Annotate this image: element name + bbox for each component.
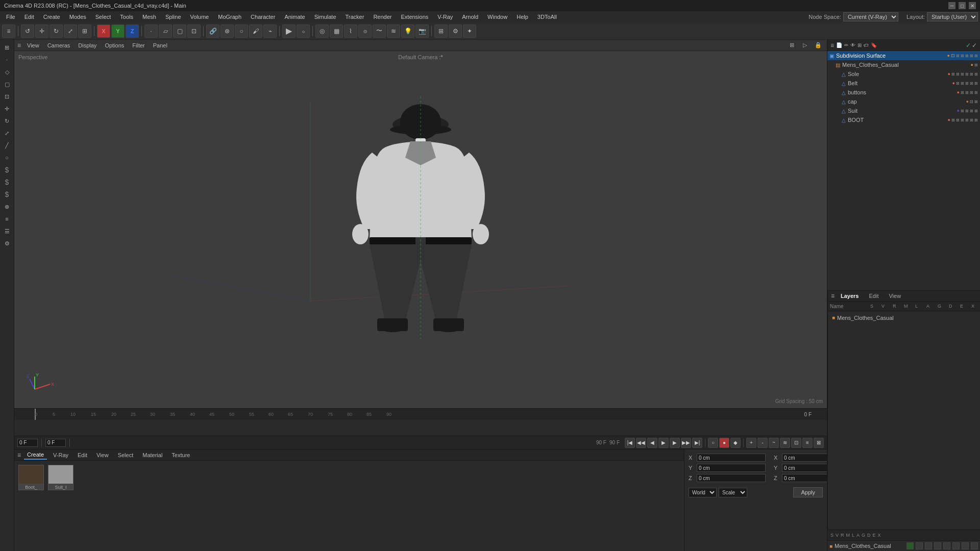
toolbar-dynamics-icon[interactable]: ≋ (387, 24, 400, 38)
menu-render[interactable]: Render (369, 13, 396, 21)
menu-spline[interactable]: Spline (161, 13, 185, 21)
toolbar-motion-icon[interactable]: 〜 (373, 24, 386, 38)
menu-3dtoall[interactable]: 3DToAll (533, 13, 561, 21)
toolbar-knife-icon[interactable]: ⌁ (263, 24, 277, 38)
obj-toolbar-checkmark2[interactable]: ✓ (972, 42, 977, 49)
vp-options-menu[interactable]: Options (103, 41, 126, 49)
transport-minus-btn[interactable]: - (757, 438, 768, 448)
toolbar-onionskin-icon[interactable]: ○ (235, 24, 248, 38)
menu-edit[interactable]: Edit (20, 13, 38, 21)
obj-belt[interactable]: △ Belt ● ⊠ ⊠ ⊠ ⊠ ⊠ (840, 79, 980, 88)
menu-help[interactable]: Help (512, 13, 532, 21)
vp-cameras-menu[interactable]: Cameras (45, 41, 72, 49)
coord-y-input[interactable] (697, 464, 766, 472)
timeline-track-area[interactable] (14, 420, 827, 436)
ls-edge-icon[interactable]: ◇ (2, 66, 13, 78)
toolbar-uvw-icon[interactable]: ⊡ (187, 24, 201, 38)
menu-select[interactable]: Select (91, 13, 115, 21)
toolbar-settings-icon[interactable]: ⚙ (449, 24, 462, 38)
transport-end-btn[interactable]: ▶| (692, 438, 702, 448)
transport-play-btn[interactable]: ▶ (658, 438, 669, 448)
coord-z-input[interactable] (697, 474, 766, 482)
vp-panel-menu[interactable]: Panel (151, 41, 169, 49)
toolbar-x-icon[interactable]: X (97, 24, 110, 38)
node-space-select[interactable]: Current (V-Ray) (843, 12, 898, 21)
menu-window[interactable]: Window (483, 13, 511, 21)
transport-prev-btn[interactable]: ◀◀ (636, 438, 646, 448)
transport-next-btn[interactable]: ▶▶ (681, 438, 691, 448)
toolbar-paint-icon[interactable]: 🖌 (249, 24, 262, 38)
layers-tab-view[interactable]: View (885, 292, 905, 300)
material-item-boot[interactable]: Boot_ (18, 465, 44, 490)
lf-btn8[interactable] (971, 542, 978, 549)
menu-modes[interactable]: Modes (65, 13, 90, 21)
layout-select[interactable]: Startup (User) (927, 12, 978, 21)
transport-timeline-btn[interactable]: ≡ (802, 438, 813, 448)
mat-tab-create[interactable]: Create (24, 450, 47, 460)
menu-tracker[interactable]: Tracker (341, 13, 369, 21)
toolbar-light2-icon[interactable]: ✦ (463, 24, 476, 38)
menu-vray[interactable]: V-Ray (433, 13, 457, 21)
lf-btn1[interactable] (906, 542, 914, 549)
ls-scale-icon[interactable]: ⤢ (2, 128, 13, 139)
obj-mens-clothes[interactable]: ▤ Mens_Clothes_Casual ● ⊠ (834, 60, 980, 69)
toolbar-snap-icon[interactable]: 🔗 (206, 24, 219, 38)
toolbar-poly-icon[interactable]: ▢ (173, 24, 186, 38)
menu-simulate[interactable]: Simulate (310, 13, 340, 21)
toolbar-rotate-icon[interactable]: ↻ (50, 24, 63, 38)
mat-tab-view[interactable]: View (93, 451, 112, 459)
toolbar-menu-icon[interactable]: ≡ (2, 24, 15, 38)
transport-next-frame-btn[interactable]: ▶ (670, 438, 680, 448)
toolbar-move-icon[interactable]: ✛ (35, 24, 48, 38)
ls-poly-icon[interactable]: ▢ (2, 79, 13, 90)
toolbar-undo-icon[interactable]: ↺ (21, 24, 34, 38)
transport-prev-frame-btn[interactable]: ◀ (647, 438, 657, 448)
transport-loop-btn[interactable]: ○ (708, 438, 718, 448)
toolbar-hair-icon[interactable]: ⌇ (344, 24, 357, 38)
mat-tab-texture[interactable]: Texture (168, 451, 193, 459)
obj-toolbar-menu[interactable]: ≡ (830, 42, 834, 49)
ls-uvw-icon[interactable]: ⊡ (2, 91, 13, 102)
obj-toolbar-bookmark[interactable]: 🔖 (871, 42, 877, 48)
ls-circle-icon[interactable]: ○ (2, 152, 13, 163)
apply-button[interactable]: Apply (793, 487, 823, 497)
obj-toolbar-file[interactable]: 📄 (836, 42, 842, 48)
toolbar-scale-icon[interactable]: ⤢ (64, 24, 77, 38)
coord-space-select[interactable]: World Object (689, 488, 717, 497)
layers-tab-layers[interactable]: Layers (837, 292, 863, 300)
layers-menu-btn[interactable]: ≡ (831, 292, 835, 299)
mat-tab-edit[interactable]: Edit (75, 451, 90, 459)
toolbar-texture-icon[interactable]: ▦ (330, 24, 343, 38)
menu-mesh[interactable]: Mesh (138, 13, 160, 21)
menu-character[interactable]: Character (247, 13, 279, 21)
obj-toolbar-edit[interactable]: ✏ (844, 42, 848, 48)
obj-toolbar-object[interactable]: ⊞ (857, 42, 862, 48)
ls-brush-icon[interactable]: ⊗ (2, 201, 13, 212)
mat-tab-vray[interactable]: V-Ray (50, 451, 71, 459)
toolbar-magnet-icon[interactable]: ⊛ (220, 24, 234, 38)
3d-viewport[interactable]: Perspective Default Camera :* (14, 51, 827, 408)
obj-cap[interactable]: △ cap ● ⊡ ⊠ (840, 97, 980, 106)
ls-line-icon[interactable]: ╱ (2, 140, 13, 151)
obj-toolbar-tags[interactable]: 🏷 (864, 42, 869, 48)
menu-mograph[interactable]: MoGraph (214, 13, 246, 21)
toolbar-grid-icon[interactable]: ⊞ (434, 24, 448, 38)
obj-toolbar-checkmark[interactable]: ✓ (966, 42, 971, 49)
lf-btn4[interactable] (934, 542, 941, 549)
toolbar-z-icon[interactable]: Z (126, 24, 139, 38)
frame-start-input[interactable] (45, 439, 66, 447)
toolbar-points-icon[interactable]: · (144, 24, 158, 38)
lf-btn7[interactable] (962, 542, 969, 549)
toolbar-sculpt-icon[interactable]: ⌾ (358, 24, 372, 38)
menu-extensions[interactable]: Extensions (397, 13, 432, 21)
lf-btn2[interactable] (916, 542, 923, 549)
lf-btn6[interactable] (952, 542, 960, 549)
toolbar-transform-icon[interactable]: ⊞ (78, 24, 91, 38)
transport-curve-btn[interactable]: ~ (769, 438, 779, 448)
toolbar-y-icon[interactable]: Y (111, 24, 125, 38)
obj-buttons[interactable]: △ buttons ● ⊠ ⊠ ⊠ ⊠ (840, 88, 980, 97)
menu-tools[interactable]: Tools (116, 13, 137, 21)
toolbar-edges-icon[interactable]: ▱ (159, 24, 172, 38)
obj-suit[interactable]: △ Suit ● ⊠ ⊠ ⊠ ⊠ (840, 106, 980, 115)
transport-keyframe-btn[interactable]: ◆ (730, 438, 741, 448)
